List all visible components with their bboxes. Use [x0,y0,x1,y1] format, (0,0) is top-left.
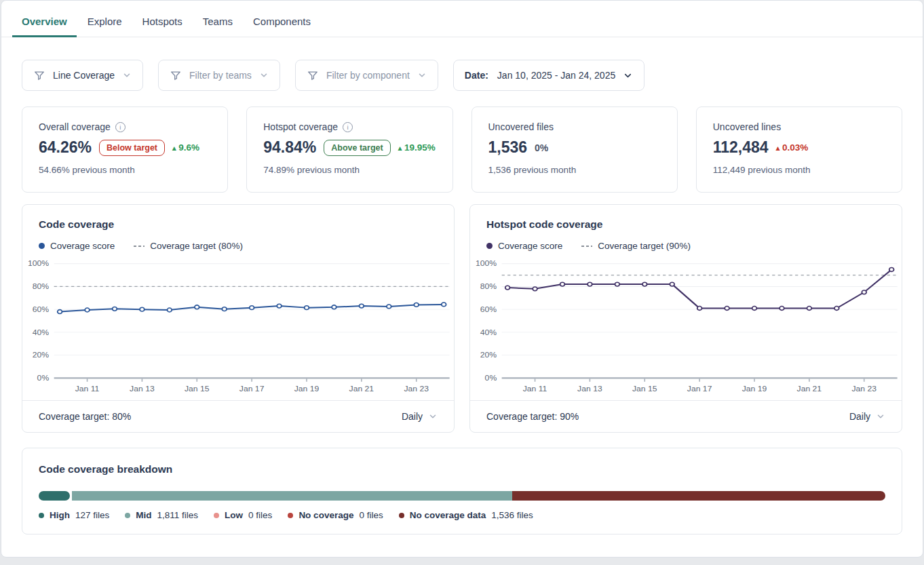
hotspot-coverage-previous: 74.89% previous month [263,165,436,175]
tab-explore[interactable]: Explore [78,5,132,37]
hotspot-coverage-title: Hotspot coverage [263,121,338,132]
coverage-target-label: Coverage target: 80% [39,411,131,422]
svg-text:Jan 13: Jan 13 [130,385,155,393]
date-filter-value: Jan 10, 2025 - Jan 24, 2025 [497,70,615,81]
svg-text:0%: 0% [485,374,497,382]
uncovered-lines-title: Uncovered lines [713,121,781,132]
hotspot-coverage-value: 94.84% [263,138,316,157]
target-legend-label: Coverage target (80%) [150,241,243,251]
uncovered-lines-previous: 112,449 previous month [713,165,885,175]
svg-text:80%: 80% [33,283,49,290]
breakdown-legend: High127 filesMid1,811 filesLow0 filesNo … [39,510,885,520]
breakdown-legend-label: Mid [136,510,151,520]
chevron-down-icon [876,412,885,421]
code-coverage-chart: 0%20%40%60%80%100%Jan 11Jan 13Jan 15Jan … [22,255,454,400]
breakdown-legend-label: No coverage [299,510,353,520]
breakdown-legend-count: 1,536 files [491,510,533,520]
hotspot-coverage-card: Hotspot coverage 94.84% Above target ▴ 1… [246,106,453,193]
breakdown-legend-item-no-coverage: No coverage0 files [288,510,383,520]
info-icon[interactable] [115,122,126,132]
svg-text:Jan 17: Jan 17 [687,385,712,393]
uncovered-lines-trend: ▴ 0.03% [776,142,809,153]
teams-filter-placeholder: Filter by teams [189,70,252,81]
uncovered-files-value: 1,536 [488,138,528,157]
svg-text:Jan 15: Jan 15 [632,385,657,393]
date-range-filter[interactable]: Date: Jan 10, 2025 - Jan 24, 2025 [453,60,644,91]
uncovered-lines-card: Uncovered lines 112,484 ▴ 0.03% 112,449 … [696,106,902,193]
svg-text:Jan 23: Jan 23 [404,385,429,393]
svg-text:0%: 0% [37,374,50,382]
svg-text:60%: 60% [33,306,49,313]
chart-legend: Coverage score Coverage target (90%) [486,241,885,251]
breakdown-legend-label: Low [225,510,243,520]
coverage-target-label: Coverage target: 90% [486,411,579,422]
chevron-down-icon [122,71,132,80]
no-coverage-dot-icon [288,513,293,518]
component-filter[interactable]: Filter by component [295,60,438,91]
trend-up-icon: ▴ [398,144,402,152]
component-filter-placeholder: Filter by component [326,70,410,81]
interval-select[interactable]: Daily [402,411,438,422]
chart-legend: Coverage score Coverage target (80%) [39,241,438,251]
teams-filter[interactable]: Filter by teams [158,60,280,91]
target-dash-icon [581,246,592,247]
overall-coverage-title: Overall coverage [39,121,111,132]
hotspot-coverage-chart-card: Hotspot code coverage Coverage score Cov… [469,204,902,433]
svg-text:80%: 80% [480,283,497,290]
funnel-icon [307,69,319,81]
chevron-down-icon [623,71,633,81]
breakdown-segment-no-coverage-data [512,491,885,501]
trend-up-icon: ▴ [776,144,780,152]
coverage-type-filter[interactable]: Line Coverage [22,60,143,91]
svg-text:Jan 15: Jan 15 [185,385,210,393]
svg-text:Jan 11: Jan 11 [75,385,100,393]
coverage-dashboard: OverviewExploreHotspotsTeamsComponents L… [1,0,923,558]
svg-text:Jan 23: Jan 23 [851,385,877,393]
breakdown-legend-count: 127 files [75,510,109,520]
svg-text:60%: 60% [480,306,497,313]
uncovered-files-previous: 1,536 previous month [488,165,661,175]
uncovered-files-title: Uncovered files [488,121,554,132]
tab-hotspots[interactable]: Hotspots [133,5,192,37]
breakdown-legend-item-mid: Mid1,811 files [125,510,198,520]
overall-coverage-previous: 54.66% previous month [39,165,211,175]
metric-cards-row: Overall coverage 64.26% Below target ▴ 9… [22,106,902,193]
tab-overview[interactable]: Overview [12,5,77,37]
overall-coverage-value: 64.26% [39,138,92,157]
breakdown-segment-mid [72,491,512,501]
target-dash-icon [134,246,145,247]
svg-text:20%: 20% [480,351,497,359]
series-legend-label: Coverage score [498,241,562,251]
code-coverage-chart-card: Code coverage Coverage score Coverage ta… [22,204,455,433]
series-dot-icon [486,243,493,249]
info-icon[interactable] [343,122,353,132]
low-dot-icon [214,513,219,518]
uncovered-lines-value: 112,484 [713,138,769,157]
uncovered-files-card: Uncovered files 1,536 0% 1,536 previous … [471,106,678,193]
tab-teams[interactable]: Teams [193,5,242,37]
breakdown-legend-count: 0 files [359,510,383,520]
funnel-icon [33,69,45,81]
breakdown-legend-item-low: Low0 files [214,510,272,520]
svg-text:100%: 100% [28,260,49,267]
breakdown-title: Code coverage breakdown [39,463,885,475]
svg-text:Jan 11: Jan 11 [523,385,547,393]
above-target-badge: Above target [324,140,390,156]
svg-text:40%: 40% [33,328,49,336]
uncovered-files-trend: 0% [535,142,548,153]
overall-coverage-card: Overall coverage 64.26% Below target ▴ 9… [22,106,228,193]
breakdown-legend-item-high: High127 files [39,510,109,520]
series-legend-label: Coverage score [50,241,115,251]
svg-text:20%: 20% [33,351,49,359]
below-target-badge: Below target [99,140,165,156]
breakdown-legend-label: No coverage data [410,510,486,520]
high-dot-icon [39,513,44,518]
interval-select[interactable]: Daily [849,411,885,422]
charts-row: Code coverage Coverage score Coverage ta… [22,204,902,433]
overall-coverage-trend: ▴ 9.6% [172,142,199,153]
breakdown-legend-item-no-coverage-data: No coverage data1,536 files [399,510,533,520]
breakdown-legend-count: 1,811 files [157,510,199,520]
chevron-down-icon [428,412,438,421]
svg-text:Jan 19: Jan 19 [294,385,320,393]
tab-components[interactable]: Components [244,5,320,37]
